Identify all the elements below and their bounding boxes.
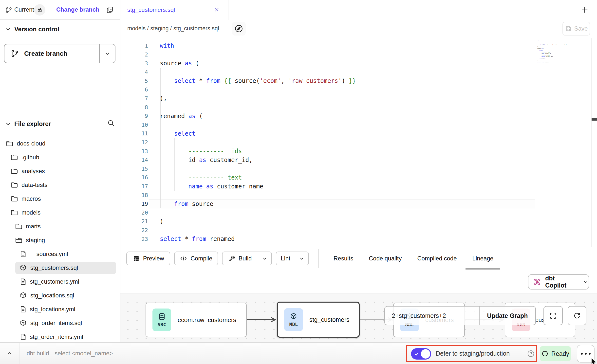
- fullscreen-button[interactable]: [543, 306, 563, 325]
- tree-item-stg-order-items-yml[interactable]: stg_order_items.yml: [15, 331, 116, 343]
- lint-dropdown[interactable]: [295, 252, 308, 265]
- folder-icon: [10, 181, 18, 189]
- breadcrumb: models / staging / stg_customers.sql: [127, 19, 219, 38]
- folder-icon: [15, 222, 23, 230]
- create-branch-button[interactable]: Create branch: [4, 44, 115, 63]
- graph-selector-input[interactable]: 2+stg_customers+2: [385, 307, 479, 325]
- dbt-cloud-ide: Current Change branch Version control Cr…: [0, 0, 597, 364]
- defer-label: Defer to staging/production: [436, 343, 510, 364]
- code-line-21: 21): [120, 217, 356, 226]
- tab-bar: stg_customers.sql: [120, 0, 597, 19]
- code-line-6: 6: [120, 85, 356, 94]
- scrollbar-thumb[interactable]: [592, 118, 597, 121]
- lint-button-group: Lint: [276, 252, 309, 265]
- defer-toggle[interactable]: [411, 348, 431, 360]
- tree-item-models[interactable]: models: [6, 206, 116, 219]
- tree-item-label: stg_customers.sql: [30, 264, 78, 271]
- status-badge[interactable]: Ready: [540, 346, 571, 361]
- tree-item-macros[interactable]: macros: [6, 193, 116, 205]
- tree-item-stg-locations-yml[interactable]: stg_locations.yml: [15, 303, 116, 315]
- command-input[interactable]: dbt build --select <model_name>: [27, 343, 113, 364]
- tree-item-docs-cloud[interactable]: docs-cloud: [2, 137, 116, 150]
- tree-item-stg-locations-sql[interactable]: stg_locations.sql: [15, 289, 116, 302]
- line-number: 10: [120, 122, 148, 128]
- panel-tabs: ResultsCode qualityCompiled codeLineage: [334, 247, 493, 270]
- chevron-up-icon[interactable]: [5, 349, 14, 358]
- create-branch-label: Create branch: [24, 50, 67, 57]
- tree-item-stg-customers-yml[interactable]: stg_customers.yml: [15, 275, 116, 288]
- copilot-row: dbt Copilot: [120, 270, 597, 293]
- tree-item-stg-order-items-sql[interactable]: stg_order_items.sql: [15, 317, 116, 329]
- line-number: 9: [120, 113, 148, 119]
- statusbar-divider: [19, 343, 19, 364]
- code-line-18: 18: [120, 191, 356, 200]
- create-branch-dropdown[interactable]: [99, 44, 115, 63]
- panel-tab-compiled-code[interactable]: Compiled code: [417, 247, 457, 270]
- tabbar-divider: [574, 0, 574, 19]
- line-number: 4: [120, 69, 148, 75]
- tree-item--github[interactable]: .github: [6, 151, 116, 164]
- minimap[interactable]: with source as ( select * from {{ source…: [537, 40, 591, 65]
- tree-item-stg-customers-sql[interactable]: stg_customers.sql: [15, 262, 116, 274]
- close-icon[interactable]: [214, 6, 220, 13]
- tree-item-marts[interactable]: marts: [11, 220, 116, 233]
- help-icon[interactable]: [527, 350, 535, 358]
- tree-item-label: macros: [21, 195, 41, 202]
- tree-item-staging[interactable]: staging: [11, 234, 116, 246]
- dbt-copilot-button[interactable]: dbt Copilot: [528, 274, 589, 290]
- git-branch-icon: [11, 50, 19, 57]
- code-editor[interactable]: 1with23source as (45 select * from {{ so…: [120, 38, 597, 247]
- tree-item--sources-yml[interactable]: __sources.yml: [15, 248, 116, 260]
- model-icon: [19, 319, 27, 327]
- breadcrumb-bar: models / staging / stg_customers.sql Sav…: [120, 19, 597, 38]
- dbt-copilot-label: dbt Copilot: [545, 275, 577, 289]
- line-number: 12: [120, 139, 148, 146]
- tab-stg-customers-sql[interactable]: stg_customers.sql: [120, 0, 228, 20]
- panel-tab-lineage[interactable]: Lineage: [472, 247, 493, 270]
- copy-icon[interactable]: [106, 6, 114, 14]
- compile-button[interactable]: Compile: [174, 252, 218, 265]
- folder-open-icon: [15, 236, 23, 244]
- build-button-group: Build: [222, 252, 272, 265]
- lineage-node-stg-customers[interactable]: MDL stg_customers: [277, 302, 360, 338]
- new-tab-button[interactable]: [580, 5, 590, 15]
- lineage-graph[interactable]: SRC ecom.raw_customers MDL stg_customers…: [120, 293, 597, 343]
- search-icon[interactable]: [107, 119, 115, 127]
- preview-button[interactable]: Preview: [126, 252, 170, 265]
- code-line-1: 1with: [120, 41, 356, 50]
- save-icon: [565, 25, 572, 32]
- lineage-node-source[interactable]: SRC ecom.raw_customers: [146, 303, 247, 337]
- code-line-11: 11 select: [120, 129, 356, 138]
- code-line-23: 23select * from renamed: [120, 235, 356, 243]
- code-line-20: 20: [120, 208, 356, 217]
- line-number: 11: [120, 130, 148, 137]
- change-branch-link[interactable]: Change branch: [56, 0, 99, 19]
- preview-label: Preview: [143, 255, 164, 262]
- chevron-down-icon[interactable]: [5, 26, 11, 32]
- lint-button[interactable]: Lint: [276, 252, 295, 265]
- toolbar-divider: [318, 249, 319, 268]
- code-lines: 1with23source as (45 select * from {{ so…: [120, 41, 356, 243]
- badge-label: SRC: [158, 322, 166, 327]
- line-number: 22: [120, 227, 148, 233]
- tree-item-analyses[interactable]: analyses: [6, 165, 116, 177]
- panel-tab-results[interactable]: Results: [334, 247, 353, 270]
- chevron-down-icon[interactable]: [5, 121, 11, 127]
- status-bar: dbt build --select <model_name> Defer to…: [0, 342, 597, 364]
- tree-item-data-tests[interactable]: data-tests: [6, 179, 116, 191]
- dbt-copilot-icon: [533, 277, 542, 286]
- save-button[interactable]: Save: [562, 22, 590, 36]
- file-explorer-title: File explorer: [14, 120, 51, 127]
- update-graph-button[interactable]: Update Graph: [479, 307, 535, 325]
- node-label: ecom.raw_customers: [178, 316, 236, 324]
- compass-icon[interactable]: [232, 22, 246, 36]
- line-number: 19: [120, 201, 148, 207]
- tree-item-label: __sources.yml: [30, 251, 68, 257]
- refresh-button[interactable]: [568, 306, 586, 325]
- panel-toolbar: Preview Compile Build Lint: [120, 247, 597, 270]
- file-icon: [19, 333, 27, 341]
- build-button[interactable]: Build: [223, 252, 258, 265]
- line-number: 3: [120, 60, 148, 67]
- panel-tab-code-quality[interactable]: Code quality: [369, 247, 402, 270]
- build-dropdown[interactable]: [258, 252, 271, 265]
